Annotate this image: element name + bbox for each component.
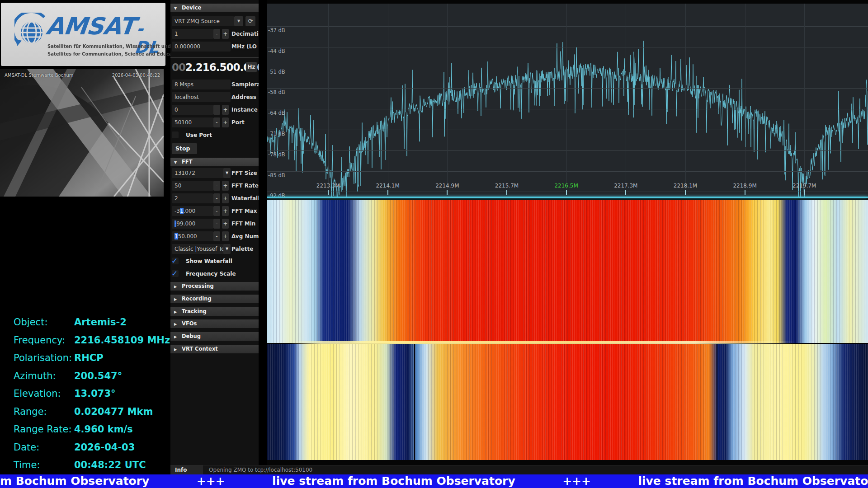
- fft-spectrum-display[interactable]: -37 dB-44 dB-51 dB-58 dB-64 dB-71 dB-78 …: [267, 4, 868, 197]
- telemetry-label: Frequency:: [14, 332, 74, 350]
- telemetry-value: 4.960 km/s: [74, 424, 133, 435]
- waterfall-older-block: [267, 344, 868, 460]
- fft-section-header[interactable]: ▼FFT: [170, 158, 259, 166]
- section-label: VRT Context: [182, 346, 218, 352]
- decimation-decrease-button[interactable]: -: [213, 29, 220, 39]
- freq-tick: [387, 190, 388, 195]
- port-input[interactable]: 50100: [172, 117, 213, 127]
- avg-num-row: 150.000 - + Avg Num: [170, 231, 259, 241]
- telemetry-row: Time:00:48:22 UTC: [14, 456, 167, 474]
- db-axis-label: -71 dB: [268, 131, 285, 137]
- fft-rate-label: FFT Rate: [231, 181, 259, 191]
- camera-overlay-title: AMSAT-DL Sternwarte Bochum: [5, 73, 74, 78]
- fft-max-increase-button[interactable]: +: [222, 206, 229, 216]
- freq-gridline: [626, 4, 626, 189]
- telemetry-row: Object:Artemis-2: [14, 314, 167, 332]
- camera-overlay-timestamp: 2026-04-03 00:48:22: [112, 73, 160, 78]
- fft-min-increase-button[interactable]: +: [222, 219, 229, 229]
- db-gridline: [267, 109, 868, 109]
- frequency-scale-label: Frequency Scale: [186, 270, 236, 278]
- expand-arrow-icon: ▶: [174, 345, 179, 354]
- instance-decrease-button[interactable]: -: [213, 105, 220, 115]
- panel-separator: [170, 57, 259, 58]
- decimation-increase-button[interactable]: +: [222, 29, 229, 39]
- section-vfos[interactable]: ▶VFOs: [170, 319, 259, 328]
- port-row: 50100 - + Port: [170, 117, 259, 127]
- lo-offset-label: MHz (LO of: [231, 42, 259, 52]
- section-debug[interactable]: ▶Debug: [170, 332, 259, 341]
- section-vrt-context[interactable]: ▶VRT Context: [170, 345, 259, 353]
- freq-axis-label: 2218.9M: [733, 183, 756, 189]
- amsat-logo: AMSAT -DL Satelliten für Kommunikation, …: [1, 3, 165, 66]
- section-tracking[interactable]: ▶Tracking: [170, 307, 259, 316]
- freq-tick: [745, 190, 745, 195]
- expand-arrow-icon: ▶: [174, 308, 179, 316]
- db-gridline: [267, 192, 868, 192]
- telemetry-label: Date:: [14, 439, 74, 457]
- fft-min-decrease-button[interactable]: -: [213, 219, 220, 229]
- use-port-checkbox[interactable]: [172, 131, 179, 138]
- freq-axis-label: 2219.7M: [793, 183, 816, 189]
- telemetry-value: Artemis-2: [74, 317, 127, 328]
- decimation-input[interactable]: 1: [172, 29, 213, 39]
- avg-num-input[interactable]: 150.000: [172, 231, 213, 241]
- source-dropdown-button[interactable]: ▼: [234, 16, 243, 26]
- stop-button[interactable]: Stop: [172, 143, 197, 154]
- telemetry-value: 00:48:22 UTC: [74, 460, 146, 470]
- frequency-scale-checkbox[interactable]: ✓: [172, 270, 179, 277]
- spectrum-waterfall-divider[interactable]: [267, 197, 868, 198]
- source-refresh-button[interactable]: ⟳: [245, 16, 255, 26]
- collapse-arrow-icon: ▼: [174, 4, 179, 13]
- show-waterfall-checkbox[interactable]: ✓: [172, 258, 179, 264]
- frequency-scale-checkbox-row[interactable]: ✓ Frequency Scale: [172, 270, 259, 278]
- freq-axis-label: 2215.7M: [495, 183, 519, 189]
- palette-label: Palette: [231, 244, 253, 254]
- fft-rate-increase-button[interactable]: +: [222, 181, 229, 191]
- port-decrease-button[interactable]: -: [213, 117, 220, 127]
- freq-gridline: [447, 4, 448, 189]
- waterfall-display[interactable]: [267, 200, 868, 460]
- instance-increase-button[interactable]: +: [222, 105, 229, 115]
- fft-min-row: -99.000 - + FFT Min: [170, 219, 259, 229]
- source-select[interactable]: VRT ZMQ Source: [172, 16, 234, 26]
- show-waterfall-checkbox-row[interactable]: ✓ Show Waterfall: [172, 257, 259, 265]
- fft-max-decrease-button[interactable]: -: [213, 206, 220, 216]
- fft-size-select[interactable]: 131072: [172, 168, 224, 178]
- lo-offset-input[interactable]: 0.000000: [172, 42, 231, 52]
- db-gridline: [267, 68, 868, 68]
- waterfall-rate-input[interactable]: 2: [172, 193, 213, 203]
- avg-num-increase-button[interactable]: +: [222, 231, 229, 241]
- fft-rate-decrease-button[interactable]: -: [213, 181, 220, 191]
- waterfall-rate-label: Waterfall R: [231, 193, 259, 203]
- db-gridline: [267, 171, 868, 172]
- avg-num-decrease-button[interactable]: -: [213, 231, 220, 241]
- fft-max-input[interactable]: -31.000: [172, 206, 213, 216]
- instance-input[interactable]: 0: [172, 105, 213, 115]
- live-stream-ticker: m Bochum Observatory +++ live stream fro…: [0, 474, 868, 488]
- db-gridline: [267, 88, 868, 89]
- section-processing[interactable]: ▶Processing: [170, 282, 259, 291]
- palette-dropdown-button[interactable]: ▼: [223, 244, 231, 254]
- waterfall-rate-increase-button[interactable]: +: [222, 193, 229, 203]
- address-input[interactable]: localhost: [172, 92, 231, 102]
- fft-max-label: FFT Max: [231, 206, 257, 216]
- use-port-checkbox-row[interactable]: Use Port: [172, 131, 259, 139]
- samplerate-input[interactable]: 8 Msps: [172, 80, 231, 89]
- logo-wordmark: AMSAT -DL: [46, 13, 165, 56]
- fft-size-dropdown-button[interactable]: ▼: [223, 168, 231, 178]
- port-increase-button[interactable]: +: [222, 117, 229, 127]
- fft-min-label: FFT Min: [231, 219, 255, 229]
- palette-select[interactable]: Classic |Youssef Toui: [172, 244, 224, 254]
- section-recording[interactable]: ▶Recording: [170, 295, 259, 303]
- waterfall-rate-decrease-button[interactable]: -: [213, 193, 220, 203]
- telemetry-value: 2026-04-03: [74, 442, 135, 453]
- fft-rate-input[interactable]: 50: [172, 181, 213, 191]
- device-section-header[interactable]: ▼Device: [170, 4, 259, 12]
- palette-row: Classic |Youssef Toui ▼ Palette: [170, 244, 259, 254]
- fft-min-input[interactable]: -99.000: [172, 219, 213, 229]
- avg-num-label: Avg Num: [231, 231, 259, 241]
- collapse-arrow-icon: ▼: [174, 158, 179, 167]
- freq-axis-label: 2216.5M: [554, 183, 578, 189]
- tuned-frequency-display[interactable]: 002.216.500.000 Hz: [172, 61, 259, 74]
- db-axis-label: -44 dB: [268, 48, 285, 54]
